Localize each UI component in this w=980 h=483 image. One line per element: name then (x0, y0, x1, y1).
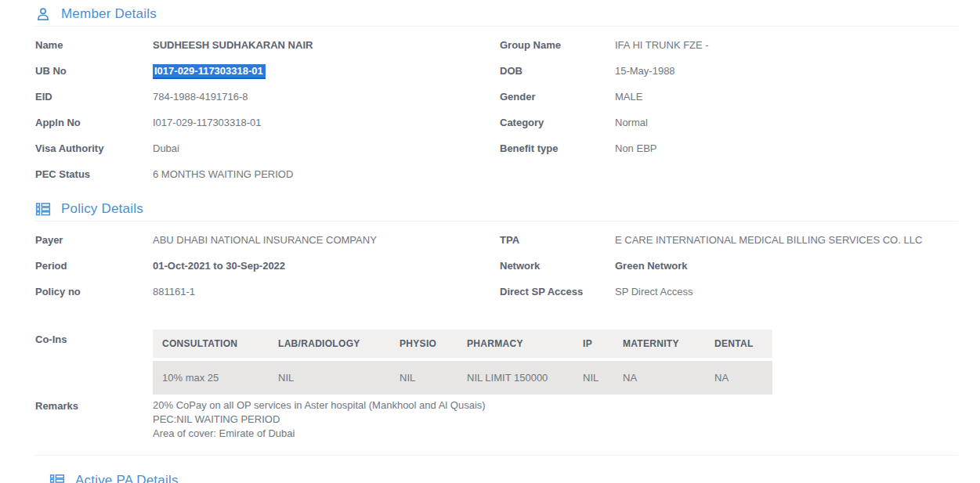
field-label: Payer (35, 234, 153, 246)
field-value: Non EBP (615, 142, 656, 154)
field-row-gender: Gender MALE (500, 84, 958, 110)
section-divider (35, 455, 958, 456)
coins-header-cell: PHARMACY (457, 330, 573, 359)
section-divider (35, 26, 958, 27)
policy-fields: Payer ABU DHABI NATIONAL INSURANCE COMPA… (35, 227, 958, 305)
coins-data-cell: NA (613, 359, 705, 395)
remarks-line: PEC:NIL WAITING PERIOD (153, 413, 486, 427)
field-value: SP Direct Access (615, 286, 693, 297)
field-value: ABU DHABI NATIONAL INSURANCE COMPANY (153, 234, 377, 246)
coins-data-cell: NIL (390, 359, 457, 395)
section-title: Policy Details (61, 201, 143, 217)
field-value: 15-May-1988 (615, 65, 675, 77)
coins-block: Co-Ins CONSULTATION LAB/RADIOLOGY PHYSIO… (35, 330, 958, 395)
field-label: Appln No (35, 117, 153, 128)
coins-header-cell: PHYSIO (390, 330, 457, 359)
field-value: E CARE INTERNATIONAL MEDICAL BILLING SER… (615, 234, 922, 246)
coins-data-row: 10% max 25 NIL NIL NIL LIMIT 150000 NIL … (153, 359, 772, 395)
field-value: 01-Oct-2021 to 30-Sep-2022 (153, 260, 285, 272)
policy-fields-left: Payer ABU DHABI NATIONAL INSURANCE COMPA… (35, 227, 500, 305)
selected-text: I017-029-117303318-01 (153, 64, 266, 79)
policy-details-header: Policy Details (35, 200, 958, 218)
field-row-pec-status: PEC Status 6 MONTHS WAITING PERIOD (35, 161, 500, 187)
coins-data-cell: NIL LIMIT 150000 (457, 359, 573, 395)
field-label: TPA (500, 234, 615, 246)
field-label: EID (35, 91, 153, 103)
field-value: I017-029-117303318-01 (153, 117, 262, 128)
policy-details-section: Policy Details Payer ABU DHABI NATIONAL … (35, 200, 958, 441)
field-label: UB No (35, 65, 153, 77)
coins-table: CONSULTATION LAB/RADIOLOGY PHYSIO PHARMA… (153, 330, 772, 395)
field-value: I017-029-117303318-01 (153, 65, 266, 77)
field-value: Green Network (615, 260, 687, 272)
coins-data-cell: 10% max 25 (153, 359, 269, 395)
remarks-line: 20% CoPay on all OP services in Aster ho… (153, 398, 486, 413)
active-pa-header: Active PA Details (49, 471, 958, 483)
field-row-name: Name SUDHEESH SUDHAKARAN NAIR (35, 32, 500, 58)
coins-header-row: CONSULTATION LAB/RADIOLOGY PHYSIO PHARMA… (153, 330, 772, 359)
section-divider (35, 221, 958, 222)
person-icon (35, 6, 51, 22)
remarks-block: Remarks 20% CoPay on all OP services in … (35, 398, 958, 441)
field-value: Dubai (153, 142, 179, 154)
field-row-tpa: TPA E CARE INTERNATIONAL MEDICAL BILLING… (500, 227, 958, 253)
field-label: Category (500, 117, 615, 128)
field-row-dob: DOB 15-May-1988 (500, 58, 958, 84)
list-icon (35, 201, 51, 217)
coins-data-cell: NIL (573, 359, 613, 395)
remarks-label: Remarks (35, 398, 153, 441)
field-value: 6 MONTHS WAITING PERIOD (153, 168, 293, 180)
field-value: IFA HI TRUNK FZE - (615, 39, 709, 51)
section-title: Member Details (61, 6, 157, 22)
remarks-lines: 20% CoPay on all OP services in Aster ho… (153, 398, 486, 441)
field-row-ubno: UB No I017-029-117303318-01 (35, 58, 500, 84)
field-label: Group Name (500, 39, 615, 51)
field-row-group-name: Group Name IFA HI TRUNK FZE - (500, 32, 958, 58)
coins-header-cell: LAB/RADIOLOGY (269, 330, 390, 359)
field-row-category: Category Normal (500, 110, 958, 135)
section-title: Active PA Details (75, 473, 179, 483)
coins-label: Co-Ins (35, 330, 153, 395)
active-pa-section: Active PA Details (35, 471, 958, 483)
coins-data-cell: NA (705, 359, 772, 395)
coins-header-cell: DENTAL (705, 330, 772, 359)
member-fields: Name SUDHEESH SUDHAKARAN NAIR UB No I017… (35, 32, 958, 187)
field-label: PEC Status (35, 168, 153, 180)
list-icon (49, 473, 65, 483)
field-label: Benefit type (500, 142, 615, 154)
field-row-eid: EID 784-1988-4191716-8 (35, 84, 500, 110)
member-details-header: Member Details (35, 5, 958, 23)
field-label: Name (35, 39, 153, 51)
field-row-network: Network Green Network (500, 253, 958, 279)
remarks-line: Area of cover: Emirate of Dubai (153, 427, 486, 441)
member-fields-right: Group Name IFA HI TRUNK FZE - DOB 15-May… (500, 32, 958, 187)
field-value: Normal (615, 117, 648, 128)
coins-data-cell: NIL (269, 359, 390, 395)
field-row-benefit-type: Benefit type Non EBP (500, 135, 958, 161)
page: Member Details Name SUDHEESH SUDHAKARAN … (0, 0, 980, 483)
field-value: 881161-1 (153, 286, 195, 297)
field-label: Policy no (35, 286, 153, 297)
field-label: DOB (500, 65, 615, 77)
field-row-period: Period 01-Oct-2021 to 30-Sep-2022 (35, 253, 500, 279)
field-row-visa-authority: Visa Authority Dubai (35, 135, 500, 161)
coins-header-cell: CONSULTATION (153, 330, 269, 359)
field-label: Visa Authority (35, 142, 153, 154)
member-details-section: Member Details Name SUDHEESH SUDHAKARAN … (35, 5, 958, 187)
field-label: Network (500, 260, 615, 272)
field-value: MALE (615, 91, 642, 103)
policy-fields-right: TPA E CARE INTERNATIONAL MEDICAL BILLING… (500, 227, 958, 305)
field-row-payer: Payer ABU DHABI NATIONAL INSURANCE COMPA… (35, 227, 500, 253)
field-value: 784-1988-4191716-8 (153, 91, 248, 103)
member-fields-left: Name SUDHEESH SUDHAKARAN NAIR UB No I017… (35, 32, 500, 187)
field-row-applnno: Appln No I017-029-117303318-01 (35, 110, 500, 135)
coins-header-cell: IP (573, 330, 613, 359)
field-label: Period (35, 260, 153, 272)
field-label: Gender (500, 91, 615, 103)
field-row-policy-no: Policy no 881161-1 (35, 279, 500, 305)
field-row-direct-sp-access: Direct SP Access SP Direct Access (500, 279, 958, 305)
field-value: SUDHEESH SUDHAKARAN NAIR (153, 39, 313, 51)
coins-header-cell: MATERNITY (613, 330, 705, 359)
field-label: Direct SP Access (500, 286, 615, 297)
